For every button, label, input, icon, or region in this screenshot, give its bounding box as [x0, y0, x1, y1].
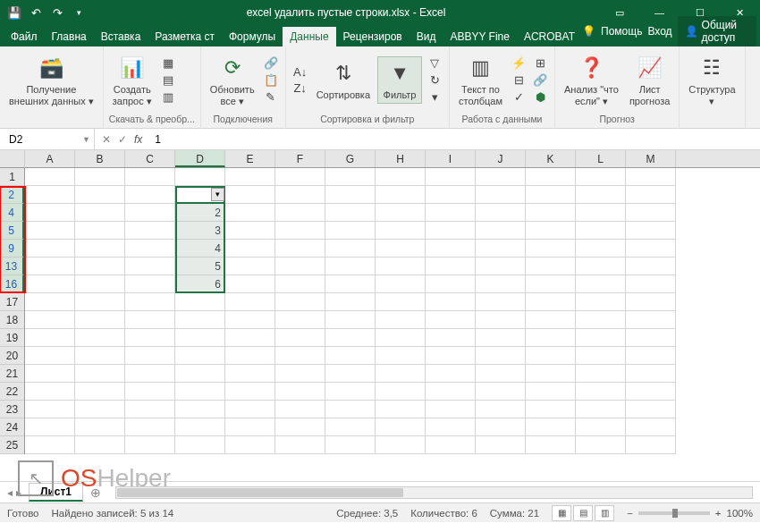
cell[interactable]	[25, 401, 75, 418]
row-header[interactable]: 16	[0, 275, 24, 293]
cell[interactable]	[175, 311, 225, 329]
row-header[interactable]: 4	[0, 204, 24, 222]
cell[interactable]	[25, 240, 75, 258]
cell[interactable]	[526, 168, 576, 186]
view-pagebreak-icon[interactable]: ▥	[595, 505, 614, 521]
cell[interactable]	[125, 258, 175, 275]
data-model-button[interactable]: ⬢	[531, 89, 549, 106]
cell[interactable]	[25, 347, 75, 365]
cell[interactable]	[125, 168, 175, 186]
cell[interactable]	[75, 311, 125, 329]
cell[interactable]	[25, 311, 75, 329]
add-sheet-icon[interactable]: ⊕	[83, 486, 108, 500]
cell[interactable]	[325, 293, 376, 311]
cell[interactable]	[476, 275, 526, 293]
tab-formulas[interactable]: Формулы	[222, 27, 283, 46]
reapply-button[interactable]: ↻	[426, 72, 443, 89]
cell[interactable]	[576, 168, 626, 186]
cell[interactable]	[426, 168, 476, 186]
cell[interactable]	[476, 186, 526, 204]
cell[interactable]	[526, 240, 576, 258]
cell[interactable]	[25, 436, 75, 454]
cell[interactable]	[225, 436, 275, 454]
row-header[interactable]: 25	[0, 436, 24, 454]
cell[interactable]	[225, 418, 275, 436]
tab-insert[interactable]: Вставка	[94, 27, 148, 46]
cell[interactable]	[376, 383, 426, 401]
cell[interactable]	[376, 293, 426, 311]
cell[interactable]	[325, 258, 376, 275]
cell[interactable]	[526, 311, 576, 329]
col-header[interactable]: B	[75, 150, 125, 167]
cell[interactable]	[125, 311, 175, 329]
cell[interactable]: 5	[175, 258, 225, 275]
recent-sources-button[interactable]: ▥	[159, 89, 177, 106]
cell[interactable]	[426, 204, 476, 222]
row-header[interactable]: 17	[0, 293, 24, 311]
cell[interactable]	[325, 436, 376, 454]
cell[interactable]	[526, 329, 576, 347]
cell[interactable]: 3	[175, 222, 225, 240]
cell[interactable]	[476, 383, 526, 401]
cell[interactable]	[325, 311, 376, 329]
cell[interactable]	[225, 222, 275, 240]
refresh-all-button[interactable]: ⟳ Обновить все ▾	[207, 52, 258, 107]
cell[interactable]	[576, 258, 626, 275]
col-header[interactable]: F	[275, 150, 325, 167]
new-query-button[interactable]: 📊 Создать запрос ▾	[109, 52, 156, 107]
cell[interactable]	[325, 186, 376, 204]
zoom-in-icon[interactable]: +	[715, 508, 722, 519]
col-header[interactable]: J	[476, 150, 526, 167]
cell[interactable]	[576, 329, 626, 347]
cell[interactable]	[25, 222, 75, 240]
row-header[interactable]: 1	[0, 168, 24, 186]
cell[interactable]: 4	[175, 240, 225, 258]
cell[interactable]	[75, 383, 125, 401]
cell[interactable]	[476, 240, 526, 258]
cell[interactable]	[225, 329, 275, 347]
tab-file[interactable]: Файл	[4, 27, 45, 46]
cell[interactable]	[325, 329, 376, 347]
cell[interactable]	[376, 311, 426, 329]
cell[interactable]	[225, 204, 275, 222]
cell[interactable]	[175, 365, 225, 383]
cell[interactable]	[576, 275, 626, 293]
cell[interactable]	[476, 311, 526, 329]
cell[interactable]	[75, 222, 125, 240]
chevron-down-icon[interactable]: ▼	[82, 135, 90, 144]
cell[interactable]	[25, 293, 75, 311]
cell[interactable]	[426, 383, 476, 401]
sort-za-button[interactable]: Z↓	[291, 80, 309, 97]
cell[interactable]	[376, 222, 426, 240]
advanced-filter-button[interactable]: ▾	[426, 89, 443, 106]
row-header[interactable]: 20	[0, 347, 24, 365]
cell[interactable]	[225, 258, 275, 275]
cell[interactable]	[325, 204, 376, 222]
cell[interactable]	[25, 418, 75, 436]
cell[interactable]	[576, 240, 626, 258]
consolidate-button[interactable]: ⊞	[531, 55, 549, 72]
cell[interactable]	[426, 365, 476, 383]
cell[interactable]	[325, 222, 376, 240]
tab-login[interactable]: Вход	[647, 25, 671, 38]
col-header[interactable]: L	[576, 150, 626, 167]
cell[interactable]	[125, 418, 175, 436]
cell[interactable]	[325, 418, 376, 436]
cell[interactable]	[426, 186, 476, 204]
cell[interactable]	[75, 258, 125, 275]
cell[interactable]	[626, 436, 676, 454]
confirm-formula-icon[interactable]: ✓	[118, 133, 127, 146]
cell[interactable]	[125, 401, 175, 418]
cell[interactable]	[325, 347, 376, 365]
cell[interactable]	[376, 168, 426, 186]
cell[interactable]	[476, 258, 526, 275]
cell[interactable]	[576, 186, 626, 204]
edit-links-button[interactable]: ✎	[262, 89, 280, 106]
column-headers[interactable]: ABCDEFGHIJKLM	[25, 150, 760, 168]
row-header[interactable]: 24	[0, 418, 24, 436]
cell[interactable]	[376, 258, 426, 275]
cell[interactable]	[476, 204, 526, 222]
cell[interactable]	[25, 186, 75, 204]
cell[interactable]	[626, 240, 676, 258]
redo-icon[interactable]: ↷	[50, 5, 64, 20]
